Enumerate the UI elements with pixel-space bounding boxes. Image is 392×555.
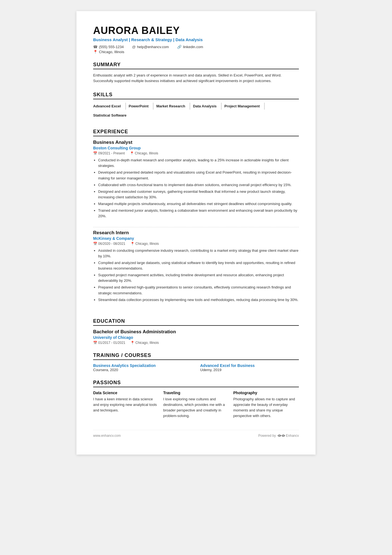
linkedin-url: linkedin.com — [183, 45, 203, 49]
footer-website: www.enhancv.com — [93, 434, 121, 438]
passion-title: Data Science — [93, 391, 159, 395]
training-course-name: Advanced Excel for Business — [200, 363, 299, 368]
training-course-name: Business Analytics Specialization — [93, 363, 192, 368]
passions-list: Data ScienceI have a keen interest in da… — [93, 391, 299, 419]
job-company: McKinsey & Company — [93, 236, 299, 241]
svg-point-0 — [279, 435, 280, 436]
header: AURORA BAILEY Business Analyst | Researc… — [93, 25, 299, 54]
phone-number: (555) 555-1234 — [99, 45, 124, 49]
passion-text: I have a keen interest in data science a… — [93, 396, 159, 413]
bullet-item: Collaborated with cross-functional teams… — [98, 182, 299, 188]
email-contact: @ help@enhancv.com — [132, 45, 169, 49]
skill-item: Project Management — [224, 103, 265, 110]
skill-item: PowerPoint — [129, 103, 154, 110]
bullet-item: Assisted in conducting comprehensive ind… — [98, 248, 299, 259]
training-course-detail: Udemy, 2019 — [200, 368, 299, 372]
experience-block: Business AnalystBoston Consulting Group📅… — [93, 140, 299, 227]
edu-school: University of Chicago — [93, 335, 299, 340]
contact-row-2: 📍 Chicago, Illinois — [93, 50, 299, 54]
passion-item: PhotographyPhotography allows me to capt… — [233, 391, 299, 419]
bullet-item: Developed and presented detailed reports… — [98, 170, 299, 181]
job-meta: 📅 06/2020 - 08/2021📍 Chicago, Illinois — [93, 242, 299, 246]
resume-container: AURORA BAILEY Business Analyst | Researc… — [76, 11, 316, 455]
passions-heading: PASSIONS — [93, 380, 299, 387]
edu-cal-icon: 📅 — [93, 341, 97, 345]
job-role: Business Analyst — [93, 140, 299, 145]
bullet-item: Supported project management activities,… — [98, 272, 299, 283]
phone-icon: ☎ — [93, 45, 98, 49]
linkedin-contact: 🔗 linkedin.com — [177, 45, 203, 49]
education-heading: EDUCATION — [93, 318, 299, 326]
passion-text: Photography allows me to capture and app… — [233, 396, 299, 419]
skill-item: Statistical Software — [93, 112, 131, 119]
edu-location: 📍 Chicago, Illinois — [130, 341, 159, 345]
email-icon: @ — [132, 45, 136, 49]
training-item: Business Analytics SpecializationCourser… — [93, 363, 192, 372]
email-address: help@enhancv.com — [137, 45, 169, 49]
summary-text: Enthusiastic analyst with 2 years of exp… — [93, 73, 299, 84]
enhancv-logo: Enhancv — [277, 433, 299, 438]
experience-section: EXPERIENCE Business AnalystBoston Consul… — [93, 129, 299, 310]
location-text: Chicago, Illinois — [99, 50, 124, 54]
job-bullets: Assisted in conducting comprehensive ind… — [93, 248, 299, 303]
bullet-item: Prepared and delivered high-quality pres… — [98, 285, 299, 296]
bullet-item: Designed and executed customer surveys, … — [98, 189, 299, 200]
location-icon: 📍 — [93, 50, 98, 54]
location-contact: 📍 Chicago, Illinois — [93, 50, 124, 54]
brand-name: Enhancv — [286, 434, 299, 438]
experience-block: Research InternMcKinsey & Company📅 06/20… — [93, 230, 299, 310]
powered-by-label: Powered by — [258, 434, 276, 438]
edu-dates: 📅 01/2017 - 01/2021 — [93, 341, 125, 345]
job-location: 📍 Chicago, Illinois — [130, 242, 159, 246]
summary-heading: SUMMARY — [93, 62, 299, 69]
contact-row-1: ☎ (555) 555-1234 @ help@enhancv.com 🔗 li… — [93, 45, 299, 49]
candidate-title: Business Analyst | Research & Strategy |… — [93, 37, 299, 42]
job-dates: 📅 09/2021 - Present — [93, 151, 125, 155]
training-course-detail: Coursera, 2020 — [93, 368, 192, 372]
footer: www.enhancv.com Powered by Enhancv — [93, 430, 299, 438]
job-meta: 📅 09/2021 - Present📍 Chicago, Illinois — [93, 151, 299, 155]
skill-item: Data Analysis — [193, 103, 222, 110]
svg-point-1 — [283, 435, 284, 436]
training-heading: TRAINING / COURSES — [93, 352, 299, 360]
job-company: Boston Consulting Group — [93, 146, 299, 150]
passion-text: I love exploring new cultures and destin… — [163, 396, 229, 419]
skills-heading: SKILLS — [93, 92, 299, 99]
edu-loc-icon: 📍 — [130, 341, 135, 345]
job-bullets: Conducted in-depth market research and c… — [93, 157, 299, 219]
skill-item: Advanced Excel — [93, 103, 126, 110]
job-dates: 📅 06/2020 - 08/2021 — [93, 242, 125, 246]
linkedin-icon: 🔗 — [177, 45, 182, 49]
phone-contact: ☎ (555) 555-1234 — [93, 45, 124, 49]
passion-item: Data ScienceI have a keen interest in da… — [93, 391, 159, 419]
passions-section: PASSIONS Data ScienceI have a keen inter… — [93, 380, 299, 419]
training-section: TRAINING / COURSES Business Analytics Sp… — [93, 352, 299, 372]
experience-list: Business AnalystBoston Consulting Group📅… — [93, 140, 299, 310]
edu-meta: 📅 01/2017 - 01/2021 📍 Chicago, Illinois — [93, 341, 299, 345]
edu-degree: Bachelor of Business Administration — [93, 329, 299, 335]
bullet-item: Trained and mentored junior analysts, fo… — [98, 208, 299, 219]
job-role: Research Intern — [93, 230, 299, 236]
training-list: Business Analytics SpecializationCourser… — [93, 363, 299, 372]
job-location: 📍 Chicago, Illinois — [130, 151, 158, 155]
passion-title: Traveling — [163, 391, 229, 395]
bullet-item: Compiled and analyzed large datasets, us… — [98, 260, 299, 271]
experience-heading: EXPERIENCE — [93, 129, 299, 136]
training-item: Advanced Excel for BusinessUdemy, 2019 — [200, 363, 299, 372]
passion-item: TravelingI love exploring new cultures a… — [163, 391, 229, 419]
candidate-name: AURORA BAILEY — [93, 25, 299, 36]
bullet-item: Conducted in-depth market research and c… — [98, 157, 299, 169]
skills-list: Advanced ExcelPowerPointMarket ResearchD… — [93, 103, 299, 121]
bullet-item: Managed multiple projects simultaneously… — [98, 201, 299, 207]
education-section: EDUCATION Bachelor of Business Administr… — [93, 318, 299, 345]
bullet-item: Streamlined data collection processes by… — [98, 297, 299, 303]
summary-section: SUMMARY Enthusiastic analyst with 2 year… — [93, 62, 299, 84]
passion-title: Photography — [233, 391, 299, 395]
skills-section: SKILLS Advanced ExcelPowerPointMarket Re… — [93, 92, 299, 121]
footer-powered: Powered by Enhancv — [258, 433, 299, 438]
skill-item: Market Research — [156, 103, 190, 110]
